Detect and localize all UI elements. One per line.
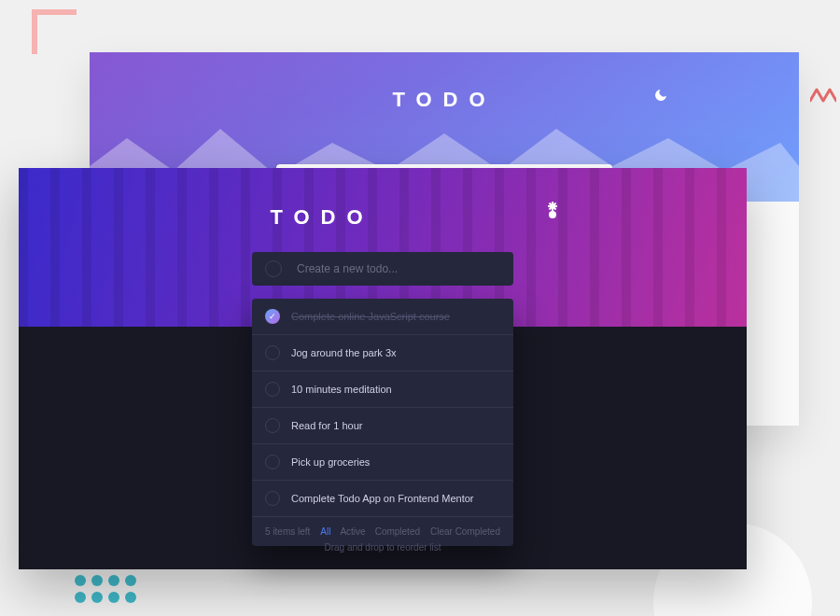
checkbox-empty-icon[interactable]	[265, 345, 280, 360]
checkbox-empty-icon[interactable]	[265, 418, 280, 433]
drag-hint-label: Drag and drop to reorder list	[19, 542, 747, 553]
decorative-corner	[32, 9, 77, 54]
checkbox-empty-icon[interactable]	[265, 382, 280, 397]
todo-text: Complete online JavaScript course	[291, 311, 450, 322]
dark-theme-card: TODO ✓ Complete	[19, 168, 747, 569]
todo-item[interactable]: Read for 1 hour	[252, 408, 513, 444]
todo-text: 10 minutes meditation	[291, 384, 392, 395]
app-title-dark: TODO	[270, 205, 373, 230]
clear-completed-button[interactable]: Clear Completed	[430, 526, 500, 537]
items-left-label: 5 items left	[265, 526, 310, 537]
todo-text: Jog around the park 3x	[291, 347, 397, 358]
filter-active[interactable]: Active	[340, 526, 365, 537]
todo-item[interactable]: Pick up groceries	[252, 444, 513, 481]
todo-text: Pick up groceries	[291, 456, 370, 468]
app-title-light: TODO	[392, 88, 496, 112]
todo-item[interactable]: ✓ Complete online JavaScript course	[252, 299, 513, 335]
todo-list: ✓ Complete online JavaScript course Jog …	[252, 299, 513, 546]
todo-item[interactable]: Jog around the park 3x	[252, 335, 513, 371]
checkbox-empty-icon[interactable]	[265, 491, 280, 506]
filter-group: All Active Completed	[320, 526, 420, 537]
todo-item[interactable]: Complete Todo App on Frontend Mentor	[252, 481, 513, 517]
todo-item[interactable]: 10 minutes meditation	[252, 371, 513, 408]
checkbox-empty-icon[interactable]	[265, 455, 280, 469]
checkbox-empty-icon	[265, 260, 282, 277]
checkbox-checked-icon[interactable]: ✓	[265, 309, 280, 324]
sun-icon[interactable]	[545, 207, 560, 226]
filter-completed[interactable]: Completed	[375, 526, 420, 537]
todo-text: Complete Todo App on Frontend Mentor	[291, 493, 473, 504]
decorative-zigzag	[810, 86, 836, 105]
filter-all[interactable]: All	[320, 526, 330, 537]
todo-text: Read for 1 hour	[291, 420, 362, 431]
new-todo-field-dark[interactable]	[297, 262, 500, 275]
new-todo-input-dark[interactable]	[252, 252, 513, 286]
moon-icon[interactable]	[653, 88, 668, 106]
